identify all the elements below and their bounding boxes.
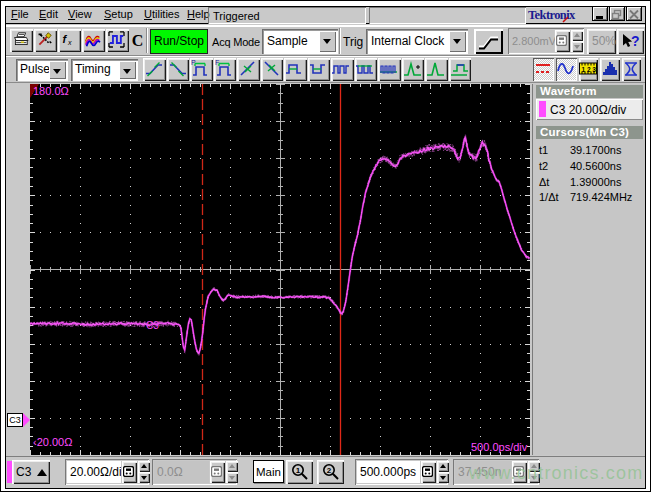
- svg-text:f: f: [63, 33, 68, 45]
- svg-text:2: 2: [327, 466, 332, 475]
- svg-text:‹20.00Ω: ‹20.00Ω: [33, 436, 72, 448]
- svg-text:1: 1: [296, 466, 301, 475]
- svg-text:180.0Ω: 180.0Ω: [33, 85, 69, 97]
- svg-text:?: ?: [631, 33, 640, 49]
- svg-text:500.0ps/div: 500.0ps/div: [471, 441, 528, 453]
- svg-text:C3: C3: [146, 320, 159, 331]
- svg-text:x: x: [67, 39, 72, 47]
- svg-text:1 2 3: 1 2 3: [582, 66, 597, 73]
